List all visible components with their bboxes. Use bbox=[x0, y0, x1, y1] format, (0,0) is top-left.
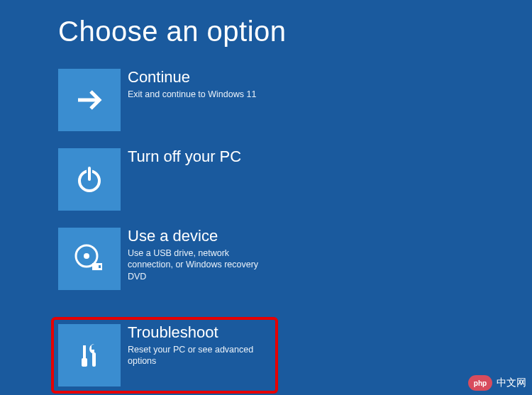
option-continue[interactable]: Continue Exit and continue to Windows 11 bbox=[58, 69, 271, 131]
power-icon bbox=[58, 148, 121, 211]
option-use-device-desc: Use a USB drive, network connection, or … bbox=[128, 247, 271, 282]
option-continue-desc: Exit and continue to Windows 11 bbox=[128, 89, 256, 100]
svg-rect-9 bbox=[82, 358, 87, 367]
watermark-site-text: 中文网 bbox=[497, 377, 526, 389]
option-use-device-text: Use a device Use a USB drive, network co… bbox=[121, 228, 271, 282]
option-troubleshoot-title: Troubleshoot bbox=[128, 324, 271, 341]
watermark-logo-icon: php bbox=[468, 375, 492, 391]
option-troubleshoot[interactable]: Troubleshoot Reset your PC or see advanc… bbox=[51, 317, 278, 394]
options-grid: Continue Exit and continue to Windows 11… bbox=[0, 48, 475, 386]
option-continue-text: Continue Exit and continue to Windows 11 bbox=[121, 69, 256, 100]
svg-rect-8 bbox=[83, 345, 86, 358]
option-troubleshoot-desc: Reset your PC or see advanced options bbox=[128, 344, 271, 367]
page-title: Choose an option bbox=[0, 0, 532, 48]
tools-icon bbox=[58, 324, 121, 386]
option-troubleshoot-text: Troubleshoot Reset your PC or see advanc… bbox=[121, 324, 271, 367]
option-use-device[interactable]: Use a device Use a USB drive, network co… bbox=[58, 228, 271, 290]
option-continue-title: Continue bbox=[128, 69, 256, 86]
option-turn-off-title: Turn off your PC bbox=[128, 148, 241, 165]
svg-rect-7 bbox=[99, 265, 101, 268]
svg-point-5 bbox=[84, 253, 89, 259]
svg-rect-10 bbox=[92, 352, 96, 367]
disc-usb-icon bbox=[58, 228, 121, 290]
option-use-device-title: Use a device bbox=[128, 228, 271, 245]
watermark: php 中文网 bbox=[468, 375, 526, 391]
arrow-right-icon bbox=[58, 69, 121, 131]
option-turn-off-text: Turn off your PC bbox=[121, 148, 241, 168]
option-turn-off[interactable]: Turn off your PC bbox=[58, 148, 271, 211]
